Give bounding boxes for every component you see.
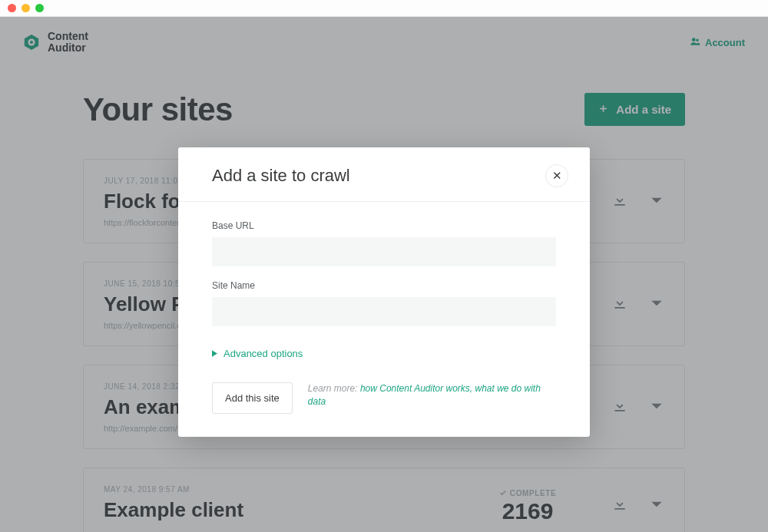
advanced-options-toggle[interactable]: Advanced options xyxy=(212,348,556,359)
base-url-input[interactable] xyxy=(212,237,556,266)
window-minimize-dot[interactable] xyxy=(22,4,30,12)
close-button[interactable]: ✕ xyxy=(545,164,568,187)
close-icon: ✕ xyxy=(552,169,562,183)
base-url-label: Base URL xyxy=(212,220,556,231)
add-site-modal: Add a site to crawl ✕ Base URL Site Name… xyxy=(178,147,590,437)
window-close-dot[interactable] xyxy=(8,4,16,12)
site-name-input[interactable] xyxy=(212,297,556,326)
learn-more-text: Learn more: how Content Auditor works, w… xyxy=(308,382,556,408)
modal-title: Add a site to crawl xyxy=(212,166,350,186)
site-name-label: Site Name xyxy=(212,280,556,291)
window-titlebar xyxy=(0,0,768,17)
add-this-site-button[interactable]: Add this site xyxy=(212,382,293,414)
svg-marker-7 xyxy=(212,350,217,356)
advanced-options-label: Advanced options xyxy=(223,348,303,359)
triangle-right-icon xyxy=(212,348,217,359)
window-maximize-dot[interactable] xyxy=(35,4,44,12)
